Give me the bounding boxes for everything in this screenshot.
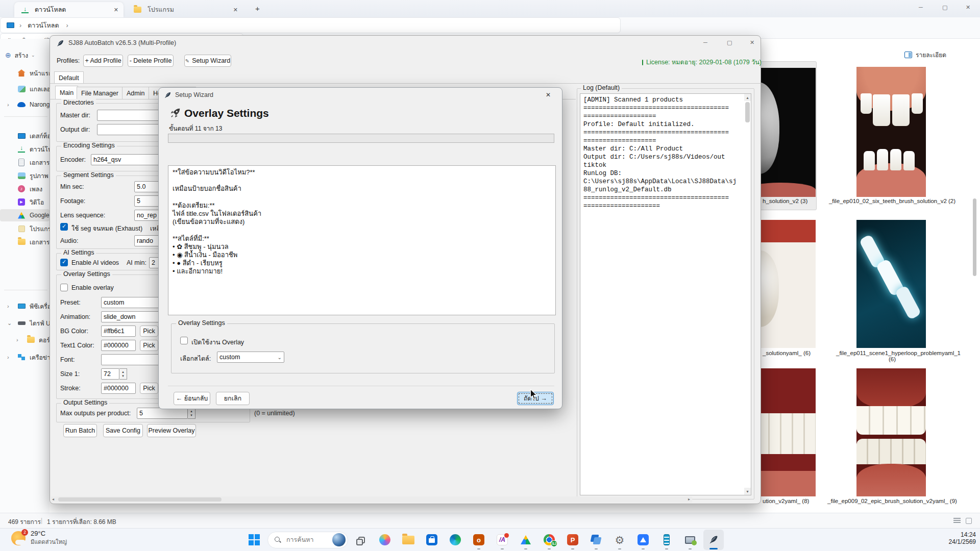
exhaust-checkbox[interactable]: [60, 223, 68, 231]
google-drive-button[interactable]: [516, 530, 536, 550]
chevron-down-icon[interactable]: ⌄: [7, 320, 12, 327]
sidebar-item-documents-folder[interactable]: เอกสาร: [0, 236, 50, 248]
sidebar-item-network[interactable]: › เครือข่าย: [0, 351, 50, 363]
enable-ai-checkbox[interactable]: [60, 259, 68, 266]
wizard-style-select[interactable]: custom ⌄: [217, 352, 284, 363]
stroke-pick-button[interactable]: Pick: [140, 383, 158, 394]
copilot-button[interactable]: [375, 530, 395, 550]
list-view-icon[interactable]: [953, 518, 961, 524]
wizard-title-bar[interactable]: Setup Wizard ✕: [159, 88, 562, 103]
autobatch-taskbar-button[interactable]: [703, 530, 724, 550]
explorer-tab-programs[interactable]: โปรแกรม ✕: [128, 2, 243, 17]
sidebar-item-onedrive[interactable]: › Narong: [0, 98, 50, 111]
file-label[interactable]: _file_ep009_02_epic_brush_solution_v2yam…: [826, 498, 959, 504]
file-label[interactable]: _file_ep011_scene1_hyperloop_problemyaml…: [836, 350, 948, 362]
file-label[interactable]: h_solution_v2 (3): [763, 198, 824, 204]
chevron-right-icon[interactable]: ›: [7, 102, 9, 108]
sidebar-item-downloads[interactable]: ↓ ดาวน์โหลด: [0, 143, 50, 155]
text1-color-input[interactable]: [101, 340, 136, 351]
settings-button[interactable]: ⚙: [609, 530, 630, 550]
explorer-tab-downloads[interactable]: ↓ ดาวน์โหลด ✕: [14, 2, 124, 17]
sidebar-item-pictures[interactable]: รูปภาพ: [0, 169, 50, 182]
size1-stepper[interactable]: ▴▾: [119, 368, 127, 380]
app-maximize-button[interactable]: ▢: [727, 39, 732, 46]
log-scroll-up-icon[interactable]: ▴: [744, 94, 751, 101]
address-bar[interactable]: › ดาวน์โหลด ›: [0, 17, 621, 33]
autobatch-title-bar[interactable]: SJ88 AutoBatch v26.5.3 (Multi-Profile) ─…: [50, 36, 761, 51]
ia-app-button[interactable]: /A: [492, 530, 512, 550]
gauge-app-button[interactable]: [656, 530, 677, 550]
app-minimize-button[interactable]: ─: [703, 39, 707, 45]
sidebar-item-program[interactable]: โปรแกรม: [0, 222, 50, 235]
file-thumbnail[interactable]: [856, 220, 926, 348]
close-tab-icon[interactable]: ✕: [233, 7, 238, 13]
sidebar-item-course-folder[interactable]: › คอร์สตี: [0, 334, 50, 346]
run-batch-button[interactable]: Run Batch: [63, 424, 97, 437]
setup-wizard-button[interactable]: ✎ Setup Wizard: [184, 55, 231, 67]
legacy-pc-button[interactable]: [680, 530, 700, 550]
wizard-enable-overlay-checkbox[interactable]: [180, 337, 188, 344]
file-label[interactable]: _file_ep010_02_six_teeth_brush_solution_…: [821, 198, 964, 204]
bg-color-input[interactable]: [101, 325, 136, 337]
tab-file-manager[interactable]: File Manager: [77, 87, 123, 99]
sidebar-item-desktop[interactable]: เดสก์ท็อป: [0, 130, 50, 142]
file-explorer-button[interactable]: [398, 530, 419, 550]
sidebar-item-documents[interactable]: เอกสาร: [0, 156, 50, 168]
window-close-button[interactable]: ✕: [966, 4, 970, 11]
enable-overlay-checkbox[interactable]: [60, 284, 68, 291]
profile-tab-default[interactable]: Default: [54, 71, 84, 84]
stroke-input[interactable]: [101, 383, 136, 394]
preview-overlay-button[interactable]: Preview Overlay: [147, 424, 196, 437]
sidebar-item-usb-drive[interactable]: ⌄ ไดรฟ์ US: [0, 317, 50, 329]
scroll-right-icon[interactable]: ▸: [688, 497, 690, 502]
chevron-right-icon[interactable]: ›: [7, 354, 9, 360]
file-thumbnail[interactable]: [856, 368, 926, 496]
layered-app-button[interactable]: [586, 530, 606, 550]
outlook-button[interactable]: o: [469, 530, 489, 550]
window-maximize-button[interactable]: ▢: [942, 4, 947, 11]
microsoft-store-button[interactable]: [422, 530, 442, 550]
scroll-left-icon[interactable]: ◂: [52, 497, 54, 502]
edge-button[interactable]: [445, 530, 465, 550]
max-outputs-stepper[interactable]: ▴▾: [188, 408, 195, 419]
powerpoint-button[interactable]: P: [562, 530, 583, 550]
task-view-button[interactable]: [351, 530, 372, 550]
file-grid-scrollbar[interactable]: [973, 198, 976, 276]
tab-main[interactable]: Main: [55, 86, 78, 99]
log-scroll-down-icon[interactable]: ▾: [744, 488, 751, 495]
chevron-right-icon[interactable]: ›: [16, 337, 18, 343]
log-scrollbar-thumb[interactable]: [745, 102, 750, 122]
delete-profile-button[interactable]: - Delete Profile: [128, 55, 174, 67]
thumbnail-view-icon[interactable]: [966, 518, 972, 524]
file-thumbnail[interactable]: [856, 67, 926, 197]
chevron-right-icon[interactable]: ›: [7, 303, 9, 309]
wizard-cancel-button[interactable]: ยกเลิก: [216, 392, 250, 405]
sidebar-item-music[interactable]: ♪ เพลง: [0, 183, 50, 195]
wizard-back-button[interactable]: ← ย้อนกลับ: [174, 392, 210, 405]
close-tab-icon[interactable]: ✕: [114, 7, 118, 13]
taskbar-clock[interactable]: 14:24 24/1/2569: [949, 531, 976, 545]
file-label[interactable]: _solutionyaml_ (6): [763, 350, 824, 356]
sidebar-item-videos[interactable]: ▶ วิดีโอ: [0, 196, 50, 208]
sidebar-item-gallery[interactable]: แกลเลอรี: [0, 83, 50, 95]
chrome-button[interactable]: SJ: [539, 530, 559, 550]
weather-widget[interactable]: 2 29°C มีแดดส่วนใหญ่: [11, 530, 67, 546]
add-profile-button[interactable]: + Add Profile: [83, 55, 123, 67]
bg-color-pick-button[interactable]: Pick: [140, 325, 158, 337]
triangle-app-button[interactable]: [633, 530, 653, 550]
sidebar-item-this-pc[interactable]: › พีซีเครื่อ: [0, 300, 50, 312]
tab-admin[interactable]: Admin: [122, 87, 149, 99]
breadcrumb[interactable]: ดาวน์โหลด: [28, 20, 59, 31]
max-outputs-input[interactable]: [137, 408, 188, 419]
wizard-close-button[interactable]: ✕: [546, 91, 551, 98]
search-highlight-image[interactable]: [332, 533, 346, 546]
file-label[interactable]: ution_v2yaml_ (8): [763, 498, 824, 504]
details-pane-toggle[interactable]: รายละเอียด: [904, 50, 946, 60]
size1-input[interactable]: [101, 368, 119, 380]
text1-color-pick-button[interactable]: Pick: [140, 340, 158, 351]
horizontal-scrollbar[interactable]: ◂ ▸: [51, 496, 692, 503]
scrollbar-thumb[interactable]: [58, 497, 222, 502]
window-minimize-button[interactable]: ─: [919, 4, 923, 10]
taskbar-search-box[interactable]: [267, 532, 348, 548]
new-tab-button[interactable]: +: [255, 4, 260, 13]
